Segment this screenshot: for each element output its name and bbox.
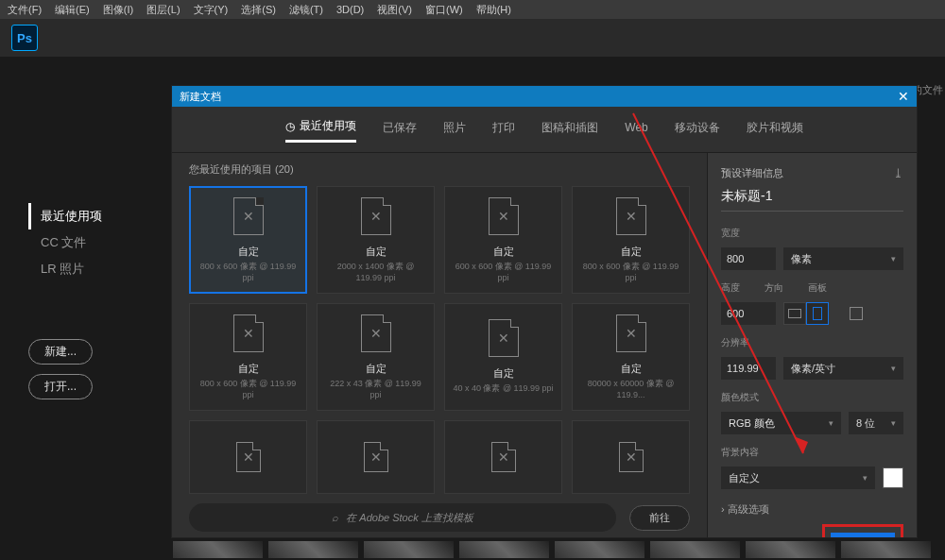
portrait-icon <box>813 307 822 320</box>
preset-card[interactable]: 自定40 x 40 像素 @ 119.99 ppi <box>444 303 562 411</box>
preset-card[interactable] <box>572 420 690 494</box>
preset-card[interactable]: 自定800 x 600 像素 @ 119.99 ppi <box>572 186 690 294</box>
artboard-label: 画板 <box>808 281 827 295</box>
resolution-input[interactable] <box>721 357 776 380</box>
preset-card[interactable]: 自定222 x 43 像素 @ 119.99 ppi <box>317 303 435 411</box>
preset-name: 自定 <box>366 362 387 376</box>
sidebar-item-cc-files[interactable]: CC 文件 <box>28 229 161 256</box>
orientation-label: 方向 <box>765 281 783 295</box>
document-icon <box>233 314 264 352</box>
background-label: 背景内容 <box>721 446 903 459</box>
tab-film[interactable]: 胶片和视频 <box>747 118 803 143</box>
chevron-down-icon: ▾ <box>863 473 868 483</box>
stock-search-input[interactable]: ⌕ 在 Adobe Stock 上查找模板 <box>189 503 616 532</box>
menu-view[interactable]: 视图(V) <box>377 3 412 17</box>
category-tabs: ◷ 最近使用项 已保存 照片 打印 图稿和插图 Web 移动设备 胶片和视频 <box>172 107 917 153</box>
thumbnail <box>746 541 835 558</box>
menu-filter[interactable]: 滤镜(T) <box>289 3 323 17</box>
preset-card[interactable]: 自定800 x 600 像素 @ 119.99 ppi <box>189 186 307 294</box>
orientation-portrait-button[interactable] <box>806 302 829 325</box>
preset-name: 自定 <box>621 245 642 259</box>
select-value: 自定义 <box>729 471 760 485</box>
start-sidebar: 最近使用项 CC 文件 LR 照片 新建... 打开... <box>28 203 161 399</box>
sidebar-item-recent[interactable]: 最近使用项 <box>28 203 161 229</box>
presets-grid: 自定800 x 600 像素 @ 119.99 ppi 自定2000 x 140… <box>189 186 690 494</box>
preset-card[interactable] <box>444 420 562 494</box>
preset-name: 自定 <box>238 362 259 376</box>
save-preset-icon[interactable]: ⤓ <box>893 166 903 180</box>
preset-card[interactable]: 自定800 x 600 像素 @ 119.99 ppi <box>189 303 307 411</box>
artboard-checkbox[interactable] <box>850 307 863 320</box>
preset-card[interactable]: 自定2000 x 1400 像素 @ 119.99 ppi <box>317 186 435 294</box>
thumbnail <box>173 541 263 558</box>
preset-dimensions: 800 x 600 像素 @ 119.99 ppi <box>578 261 683 282</box>
tab-web[interactable]: Web <box>625 118 647 143</box>
advanced-options-toggle[interactable]: › 高级选项 <box>721 502 903 517</box>
height-label: 高度 <box>721 281 740 295</box>
background-select[interactable]: 自定义▾ <box>721 467 875 489</box>
close-icon[interactable]: ✕ <box>898 89 909 104</box>
search-icon: ⌕ <box>332 512 338 523</box>
go-button[interactable]: 前往 <box>629 505 690 531</box>
document-icon <box>364 442 388 472</box>
menu-select[interactable]: 选择(S) <box>241 3 276 17</box>
dialog-title: 新建文档 <box>180 90 221 104</box>
document-icon <box>619 442 644 472</box>
create-button[interactable]: 创建 <box>831 533 895 537</box>
thumbnail <box>459 541 549 558</box>
preset-name: 自定 <box>493 366 514 381</box>
preset-card[interactable]: 自定80000 x 60000 像素 @ 119.9... <box>572 303 690 411</box>
resolution-unit-select[interactable]: 像素/英寸▾ <box>783 357 903 380</box>
document-icon <box>236 442 261 472</box>
document-icon <box>361 197 391 235</box>
app-bar: Ps <box>0 19 945 57</box>
landscape-icon <box>788 309 801 318</box>
open-button[interactable]: 打开... <box>28 374 93 399</box>
select-value: 像素/英寸 <box>791 362 835 376</box>
menu-3d[interactable]: 3D(D) <box>336 4 364 15</box>
orientation-landscape-button[interactable] <box>783 302 806 325</box>
new-button[interactable]: 新建... <box>28 339 93 365</box>
menu-edit[interactable]: 编辑(E) <box>55 3 90 17</box>
tab-saved[interactable]: 已保存 <box>383 118 417 143</box>
tab-label: 最近使用项 <box>300 118 356 134</box>
tab-photo[interactable]: 照片 <box>443 118 466 143</box>
chevron-down-icon: ▾ <box>891 364 896 373</box>
preset-dimensions: 222 x 43 像素 @ 119.99 ppi <box>323 378 428 399</box>
menu-layer[interactable]: 图层(L) <box>146 3 180 17</box>
preset-name: 自定 <box>493 245 514 259</box>
menu-window[interactable]: 窗口(W) <box>425 3 463 17</box>
presets-area: 您最近使用的项目 (20) 自定800 x 600 像素 @ 119.99 pp… <box>172 153 707 537</box>
bit-depth-select[interactable]: 8 位▾ <box>849 412 903 434</box>
thumbnail <box>364 541 454 558</box>
width-label: 宽度 <box>721 227 903 240</box>
sidebar-item-lr-photos[interactable]: LR 照片 <box>28 256 161 282</box>
select-value: RGB 颜色 <box>729 416 775 431</box>
tab-art[interactable]: 图稿和插图 <box>541 118 598 143</box>
tab-mobile[interactable]: 移动设备 <box>675 118 720 143</box>
document-icon <box>616 197 646 235</box>
preset-card[interactable]: 自定600 x 600 像素 @ 119.99 ppi <box>444 186 562 294</box>
color-mode-select[interactable]: RGB 颜色▾ <box>721 412 841 434</box>
new-document-dialog: 新建文档 ✕ ◷ 最近使用项 已保存 照片 打印 图稿和插图 Web 移动设备 … <box>171 85 918 538</box>
tab-recent[interactable]: ◷ 最近使用项 <box>285 118 356 143</box>
preset-card[interactable] <box>317 420 435 494</box>
dialog-titlebar[interactable]: 新建文档 ✕ <box>172 86 917 107</box>
menu-file[interactable]: 文件(F) <box>8 3 42 17</box>
background-color-swatch[interactable] <box>883 467 903 488</box>
thumbnail <box>650 541 740 558</box>
photoshop-logo-icon: Ps <box>11 25 38 51</box>
width-input[interactable] <box>721 247 776 270</box>
tab-print[interactable]: 打印 <box>492 118 515 143</box>
menu-help[interactable]: 帮助(H) <box>476 3 511 17</box>
width-unit-select[interactable]: 像素▾ <box>783 247 903 270</box>
menu-image[interactable]: 图像(I) <box>103 3 133 17</box>
preset-card[interactable] <box>189 420 307 494</box>
menu-bar: 文件(F) 编辑(E) 图像(I) 图层(L) 文字(Y) 选择(S) 滤镜(T… <box>0 0 945 19</box>
menu-type[interactable]: 文字(Y) <box>194 3 229 17</box>
preset-name: 自定 <box>366 245 387 259</box>
select-value: 8 位 <box>856 416 875 431</box>
height-input[interactable] <box>721 302 776 325</box>
document-name-input[interactable]: 未标题-1 <box>721 188 903 212</box>
thumbnail <box>841 541 931 558</box>
